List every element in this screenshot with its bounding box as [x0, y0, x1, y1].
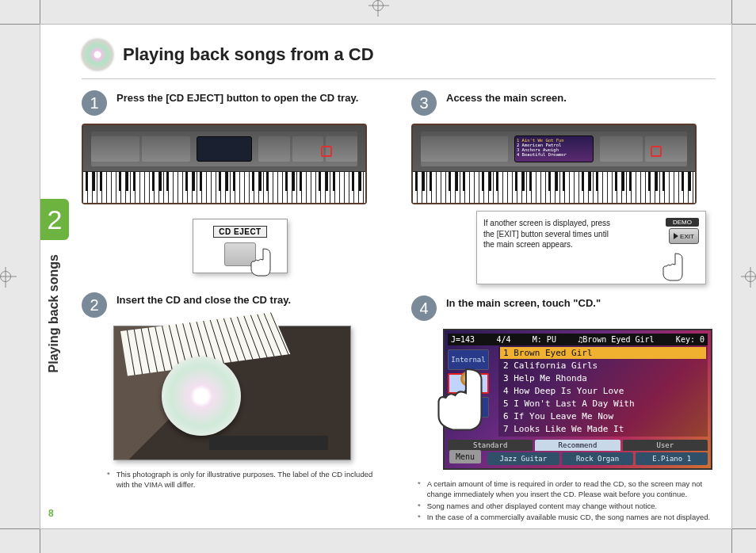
step-number-1: 1	[82, 90, 107, 116]
footnote-left-1: This photograph is only for illustrative…	[116, 470, 386, 490]
sound-button[interactable]: Rock Organ	[562, 452, 634, 465]
footnotes-right: * A certain amount of time is required i…	[418, 479, 716, 523]
cd-eject-callout: CD EJECT	[193, 219, 288, 273]
pointing-hand-icon	[659, 250, 691, 282]
pointing-hand-icon	[247, 246, 279, 277]
step-number-2: 2	[82, 292, 107, 318]
song-list: 1 Brown Eyed Girl 2 California Girls 3 H…	[498, 345, 708, 437]
song-title-readout: ♫Brown Eyed Girl	[578, 335, 654, 344]
footnote-right-3: In the case of a commercially available …	[427, 513, 710, 523]
keyboard-illustration-2: 1 Ain't We Got Fun 2 American Patrol 3 A…	[411, 124, 697, 204]
chapter-number: 2	[40, 199, 69, 240]
cd-insert-photo	[113, 326, 351, 460]
cd-disc-icon	[82, 39, 113, 71]
chapter-label: Playing back songs	[47, 254, 61, 372]
title-row: Playing back songs from a CD	[82, 39, 716, 79]
exit-hint-text: If another screen is displayed, press th…	[483, 218, 620, 277]
exit-button-image: EXIT	[669, 228, 699, 244]
page-title: Playing back songs from a CD	[123, 44, 374, 65]
cd-eject-highlight	[321, 146, 332, 157]
song-row[interactable]: 2 California Girls	[500, 360, 706, 372]
song-row[interactable]: 4 How Deep Is Your Love	[500, 385, 706, 397]
key-readout: Key: 0	[676, 335, 704, 344]
sound-button[interactable]: Jazz Guitar	[487, 452, 559, 465]
step-4-heading: 4 In the main screen, touch "CD."	[411, 296, 716, 321]
step-2-heading: 2 Insert the CD and close the CD tray.	[82, 292, 386, 318]
step-text-4: In the main screen, touch "CD."	[446, 296, 601, 311]
exit-button-highlight	[651, 146, 662, 157]
tab-user[interactable]: User	[623, 440, 708, 451]
step-text-2: Insert the CD and close the CD tray.	[116, 292, 291, 307]
demo-label: DEMO	[666, 218, 699, 227]
song-row[interactable]: 7 Looks Like We Made It	[500, 423, 706, 435]
step-3-heading: 3 Access the main screen.	[411, 90, 716, 116]
sound-button[interactable]: E.Piano 1	[636, 452, 708, 465]
footnotes-left: * This photograph is only for illustrati…	[107, 470, 386, 490]
footnote-right-2: Song names and other displayed content m…	[427, 502, 657, 512]
song-row[interactable]: 3 Help Me Rhonda	[500, 372, 706, 384]
step-number-4: 4	[411, 296, 437, 321]
touch-screen-illustration: J=143 4/4 M: PU ♫Brown Eyed Girl Key: 0 …	[443, 329, 712, 470]
exit-hint-callout: If another screen is displayed, press th…	[476, 211, 706, 284]
tab-standard[interactable]: Standard	[448, 440, 533, 451]
tempo-readout: J=143	[451, 335, 475, 344]
tab-recommend[interactable]: Recommend	[535, 440, 620, 451]
step-text-1: Press the [CD EJECT] button to open the …	[116, 90, 358, 105]
measure-readout: M: PU	[533, 335, 556, 344]
cd-eject-label: CD EJECT	[213, 226, 266, 238]
main-screen-thumbnail: 1 Ain't We Got Fun 2 American Patrol 3 A…	[514, 135, 594, 162]
menu-button[interactable]: Menu	[449, 450, 481, 463]
pointing-hand-icon	[426, 362, 497, 433]
page: 2 Playing back songs 8 Playing back song…	[40, 24, 732, 529]
footnote-right-1: A certain amount of time is required in …	[427, 479, 716, 500]
song-row[interactable]: 6 If You Leave Me Now	[500, 410, 706, 422]
keyboard-illustration-1	[82, 124, 367, 204]
step-text-3: Access the main screen.	[446, 90, 567, 105]
time-sig-readout: 4/4	[496, 335, 510, 344]
cd-disc-icon	[162, 357, 241, 436]
song-row[interactable]: 1 Brown Eyed Girl	[500, 347, 706, 359]
page-number: 8	[48, 508, 54, 519]
step-1-heading: 1 Press the [CD EJECT] button to open th…	[82, 90, 386, 116]
side-tab: 2 Playing back songs 8	[40, 25, 69, 528]
song-row[interactable]: 5 I Won't Last A Day With	[500, 398, 706, 410]
step-number-3: 3	[411, 90, 437, 116]
